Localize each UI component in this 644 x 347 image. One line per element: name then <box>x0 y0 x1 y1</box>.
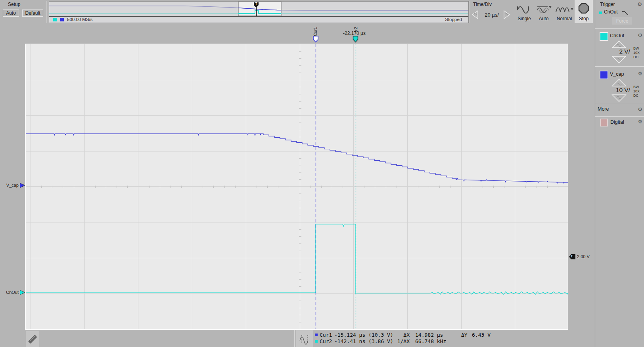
channel-name: V_cap <box>610 71 624 77</box>
chout-arrow-icon <box>19 289 25 295</box>
vcap-zero-marker[interactable]: V_cap <box>0 182 25 189</box>
gear-icon[interactable]: ⚙ <box>638 107 642 112</box>
cursor1-handle-icon[interactable] <box>313 36 318 42</box>
trigger-source-swatch <box>599 12 602 14</box>
measure-tool-button[interactable] <box>26 331 39 347</box>
horizontal-offset-label: -22.170 µs <box>329 31 366 36</box>
gear-icon[interactable]: ⚙ <box>638 33 642 38</box>
vcap-arrow-icon <box>19 182 25 188</box>
single-sweep-icon <box>516 5 533 15</box>
trigger-flag-letter: T <box>571 254 573 258</box>
right-panel: Trigger ⚙ ChOut Force ChOut ⚙ 2 V/ BW 10… <box>595 0 644 347</box>
timebase-label: Time/Div <box>473 2 492 7</box>
timebase-value[interactable]: 20 µs/ <box>482 12 501 18</box>
minimap-trigger-flag-label: T <box>253 2 259 6</box>
run-stop-button[interactable]: Stop <box>575 0 593 23</box>
cursor1-name-label: Cur1 <box>313 24 318 36</box>
auto-sweep-icon <box>535 5 552 15</box>
sample-rate-label: 500.00 MS/s <box>67 17 93 22</box>
gear-icon[interactable]: ⚙ <box>638 71 642 76</box>
scale-up-button[interactable] <box>611 40 627 48</box>
more-row[interactable]: More ⚙ <box>595 104 644 115</box>
digital-enable-swatch[interactable] <box>600 119 608 127</box>
stop-octagon-icon <box>578 2 590 14</box>
cursor1-readout-row: Cur1 -15.124 µs (10.3 V) ΔX 14.982 µs ΔY… <box>314 332 644 338</box>
acquisition-status: Stopped <box>445 17 462 22</box>
minimap-status-strip: 500.00 MS/s Stopped <box>49 16 468 23</box>
vcap-color-swatch <box>60 18 64 21</box>
digital-row[interactable]: Digital ⚙ <box>595 117 644 128</box>
trigger-panel-title: Trigger <box>600 2 615 7</box>
channel-enable-swatch[interactable] <box>600 32 608 41</box>
channel-section-vcap: V_cap ⚙ 10 V/ BW 10X DC <box>595 67 644 105</box>
run-single-button[interactable]: Single <box>514 2 534 23</box>
channel-badges: BW 10X DC <box>633 85 640 98</box>
setup-label: Setup <box>8 2 20 7</box>
panel-separator <box>595 66 644 67</box>
cursor-tool-button[interactable] <box>296 330 313 347</box>
topbar-separator <box>469 1 470 23</box>
trigger-level-value: 2.00 V <box>577 254 590 259</box>
acquisition-minimap[interactable]: T 500.00 MS/s Stopped <box>49 1 469 23</box>
scale-down-button[interactable] <box>611 94 627 102</box>
trigger-level-marker[interactable]: T 2.00 V <box>569 254 576 260</box>
plot-canvas-holder[interactable] <box>25 44 568 330</box>
run-normal-button[interactable]: Normal <box>553 2 575 23</box>
cursor-tool-icon <box>299 331 310 346</box>
volts-per-div[interactable]: 2 V/ <box>595 48 630 55</box>
digital-label: Digital <box>610 119 624 125</box>
cursor1-bullet <box>315 334 318 336</box>
volts-per-div[interactable]: 10 V/ <box>595 86 630 94</box>
chout-zero-marker[interactable]: ChOut <box>0 289 25 296</box>
trigger-source-label[interactable]: ChOut <box>604 9 618 15</box>
trigger-force-button[interactable]: Force <box>612 17 632 25</box>
setup-auto-button[interactable]: Auto <box>3 10 19 17</box>
bottom-bar: Cur1 -15.124 µs (10.3 V) ΔX 14.982 µs ΔY… <box>0 330 644 347</box>
normal-sweep-icon <box>555 5 574 15</box>
channel-section-chout: ChOut ⚙ 2 V/ BW 10X DC <box>595 29 644 66</box>
cursor2-bullet <box>315 340 318 343</box>
channel-badges: BW 10X DC <box>633 46 640 59</box>
channel-enable-swatch[interactable] <box>600 71 608 79</box>
setup-default-button[interactable]: Default <box>22 10 43 17</box>
more-label: More <box>598 106 609 112</box>
gear-icon[interactable]: ⚙ <box>638 119 642 124</box>
gear-icon[interactable]: ⚙ <box>637 2 642 7</box>
scale-down-button[interactable] <box>611 55 627 64</box>
ruler-icon <box>28 332 37 346</box>
channel-name: ChOut <box>610 33 624 38</box>
timebase-increase-button[interactable] <box>501 10 512 20</box>
cursor2-handle-icon[interactable] <box>353 36 358 42</box>
chout-color-swatch <box>53 18 57 21</box>
scale-up-button[interactable] <box>611 79 627 87</box>
timebase-decrease-button[interactable] <box>470 10 481 20</box>
run-auto-button[interactable]: Auto <box>534 2 553 23</box>
cursor2-readout-row: Cur2 -142.41 ns (3.86 V) 1/ΔX 66.748 kHz <box>314 338 644 345</box>
falling-edge-icon <box>621 10 629 15</box>
oscilloscope-app: Setup Auto Default T 500.00 MS/s Stopped… <box>0 0 644 347</box>
topbar-separator <box>46 1 47 23</box>
bottombar-separator <box>294 330 295 347</box>
